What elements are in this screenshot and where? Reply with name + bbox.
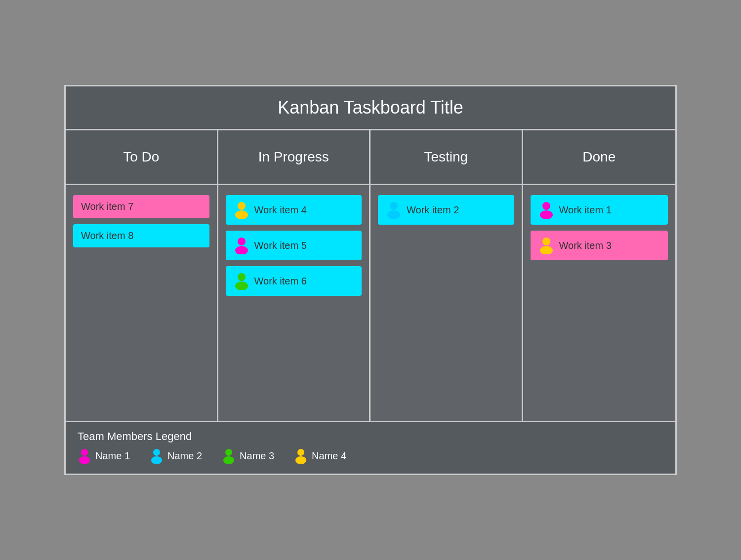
- svg-point-3: [235, 246, 248, 254]
- card-item2-label: Work item 2: [407, 204, 459, 216]
- svg-point-13: [79, 456, 90, 464]
- assignee-icon-item6: [234, 272, 249, 290]
- col-todo: Work item 7 Work item 8: [66, 185, 218, 421]
- svg-point-0: [238, 202, 246, 210]
- svg-point-14: [153, 449, 160, 456]
- svg-point-11: [540, 246, 553, 254]
- svg-point-17: [223, 456, 234, 464]
- svg-point-8: [542, 202, 550, 210]
- svg-point-7: [387, 210, 400, 219]
- svg-point-12: [81, 449, 88, 456]
- card-item6-label: Work item 6: [254, 276, 307, 287]
- legend-label-name2: Name 2: [167, 450, 202, 462]
- assignee-icon-item5: [234, 237, 249, 254]
- col-header-done: Done: [523, 130, 676, 184]
- svg-point-16: [225, 449, 232, 456]
- assignee-icon-item3: [538, 237, 554, 254]
- legend-name1: Name 1: [78, 448, 130, 464]
- card-item8-label: Work item 8: [81, 230, 133, 241]
- legend-items: Name 1 Name 2 Name 3: [78, 448, 663, 464]
- assignee-icon-item2: [386, 201, 402, 219]
- svg-point-10: [542, 238, 550, 245]
- card-item4[interactable]: Work item 4: [226, 195, 362, 225]
- card-item7[interactable]: Work item 7: [73, 195, 209, 218]
- legend-icon-name1: [78, 448, 91, 464]
- legend-title: Team Members Legend: [78, 430, 663, 443]
- col-done: Work item 1 Work item 3: [523, 185, 676, 421]
- svg-point-19: [295, 456, 306, 464]
- kanban-board: Kanban Taskboard Title To Do In Progress…: [64, 85, 677, 475]
- col-inprogress: Work item 4 Work item 5 Work item 6: [218, 185, 371, 421]
- assignee-icon-item4: [234, 201, 249, 219]
- legend-name3: Name 3: [222, 448, 274, 464]
- legend-label-name1: Name 1: [95, 450, 130, 462]
- columns-body: Work item 7 Work item 8 Work item 4 Wo: [66, 185, 675, 422]
- legend-section: Team Members Legend Name 1 Name 2: [66, 422, 675, 474]
- legend-label-name3: Name 3: [240, 450, 274, 462]
- card-item2[interactable]: Work item 2: [378, 195, 514, 225]
- board-title: Kanban Taskboard Title: [66, 86, 675, 130]
- col-testing: Work item 2: [370, 185, 523, 421]
- card-item5[interactable]: Work item 5: [226, 231, 362, 260]
- card-item8[interactable]: Work item 8: [73, 224, 209, 247]
- col-header-inprogress: In Progress: [218, 130, 371, 184]
- legend-icon-name3: [222, 448, 236, 464]
- card-item3[interactable]: Work item 3: [531, 231, 668, 260]
- columns-header: To Do In Progress Testing Done: [66, 130, 675, 185]
- svg-point-18: [297, 449, 304, 456]
- svg-point-15: [151, 456, 162, 464]
- svg-point-2: [238, 238, 246, 245]
- svg-point-9: [540, 210, 553, 219]
- card-item7-label: Work item 7: [81, 201, 133, 212]
- svg-point-6: [390, 202, 398, 210]
- legend-icon-name4: [294, 448, 308, 464]
- legend-icon-name2: [150, 448, 164, 464]
- legend-label-name4: Name 4: [312, 450, 346, 462]
- card-item1-label: Work item 1: [559, 204, 612, 216]
- card-item6[interactable]: Work item 6: [226, 266, 362, 296]
- col-header-testing: Testing: [370, 130, 523, 184]
- card-item3-label: Work item 3: [559, 240, 612, 251]
- svg-point-1: [235, 210, 248, 219]
- legend-name2: Name 2: [150, 448, 202, 464]
- card-item5-label: Work item 5: [254, 240, 307, 251]
- assignee-icon-item1: [538, 201, 554, 219]
- svg-point-5: [235, 281, 248, 290]
- svg-point-4: [238, 273, 246, 281]
- card-item4-label: Work item 4: [254, 204, 307, 216]
- legend-name4: Name 4: [294, 448, 346, 464]
- card-item1[interactable]: Work item 1: [531, 195, 668, 225]
- col-header-todo: To Do: [66, 130, 218, 184]
